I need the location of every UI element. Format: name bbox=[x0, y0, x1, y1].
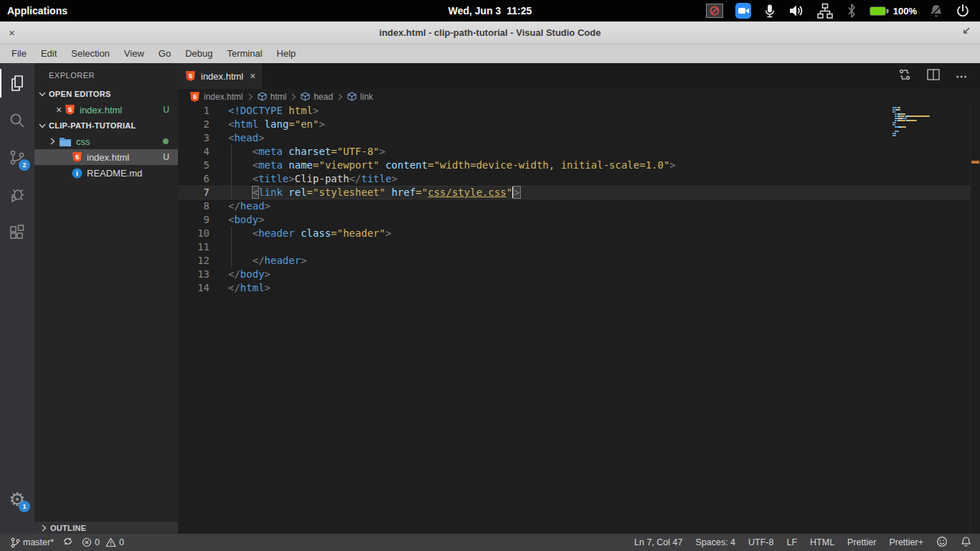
line-number: 2 bbox=[178, 118, 209, 131]
open-editors-section-header[interactable]: OPEN EDITORS bbox=[34, 86, 178, 102]
warnings-icon bbox=[105, 537, 116, 547]
debug-activity-button[interactable] bbox=[0, 178, 34, 212]
applications-menu[interactable]: Applications bbox=[0, 5, 67, 17]
menu-selection[interactable]: Selection bbox=[64, 44, 116, 63]
breadcrumb-index-html[interactable]: 5index.html bbox=[189, 91, 243, 103]
workbench: 2 ⚙ 1 EXPLORER OPEN EDITORS × 5 bbox=[0, 63, 980, 534]
menu-view[interactable]: View bbox=[117, 44, 151, 63]
breadcrumb-head[interactable]: head bbox=[301, 92, 333, 102]
activity-bar: 2 ⚙ 1 bbox=[0, 63, 34, 534]
split-editor-icon[interactable] bbox=[927, 69, 940, 83]
window-close-button[interactable]: × bbox=[0, 22, 24, 44]
folder-icon bbox=[59, 136, 72, 147]
source-control-activity-button[interactable]: 2 bbox=[0, 141, 34, 175]
extensions-activity-button[interactable] bbox=[0, 215, 34, 250]
code-line-8[interactable]: 8</head> bbox=[178, 199, 970, 213]
files-icon bbox=[8, 74, 27, 93]
tree-item-index-html[interactable]: 5index.htmlU bbox=[34, 149, 178, 165]
code-line-14[interactable]: 14</html> bbox=[178, 281, 970, 295]
menu-go[interactable]: Go bbox=[151, 44, 178, 63]
status-spaces-4[interactable]: Spaces: 4 bbox=[695, 537, 735, 547]
open-editor-index-html[interactable]: × 5 index.html U bbox=[34, 102, 178, 118]
microphone-icon[interactable] bbox=[763, 4, 776, 18]
status-prettier[interactable]: Prettier bbox=[847, 537, 876, 547]
source-control-badge: 2 bbox=[19, 159, 30, 171]
minimap[interactable] bbox=[890, 107, 970, 137]
code-line-9[interactable]: 9<body> bbox=[178, 213, 970, 227]
problems-indicator[interactable]: 0 0 bbox=[82, 537, 124, 547]
chevron-right-icon bbox=[47, 136, 57, 146]
status-utf-8[interactable]: UTF-8 bbox=[748, 537, 773, 547]
open-changes-icon[interactable] bbox=[898, 68, 911, 84]
code-lines: 1<!DOCTYPE html>2<html lang="en">3<head>… bbox=[178, 104, 970, 295]
breadcrumb-html[interactable]: html bbox=[258, 92, 287, 102]
code-line-10[interactable]: 10 <header class="header"> bbox=[178, 227, 970, 240]
screen: Applications Wed, Jun 3 11:25 100% × ind… bbox=[0, 0, 980, 551]
more-actions-icon[interactable]: ⋯ bbox=[956, 70, 969, 83]
menu-edit[interactable]: Edit bbox=[34, 44, 64, 63]
code-line-5[interactable]: 5 <meta name="viewport" content="width=d… bbox=[178, 159, 970, 172]
html-icon: 5 bbox=[189, 91, 200, 103]
tab-close-button[interactable]: × bbox=[248, 70, 255, 82]
line-number: 8 bbox=[178, 199, 209, 213]
status-prettier+[interactable]: Prettier+ bbox=[889, 537, 923, 547]
window-restore-icon[interactable] bbox=[960, 26, 980, 40]
sync-button[interactable] bbox=[62, 536, 73, 549]
bluetooth-icon[interactable] bbox=[846, 3, 857, 19]
tab-index-html[interactable]: 5 index.html × bbox=[178, 63, 263, 89]
network-icon[interactable] bbox=[816, 3, 834, 19]
zoom-app-icon[interactable] bbox=[735, 3, 751, 19]
menu-help[interactable]: Help bbox=[270, 44, 303, 63]
code-editor[interactable]: 1<!DOCTYPE html>2<html lang="en">3<head>… bbox=[178, 104, 980, 534]
status-html[interactable]: HTML bbox=[810, 537, 834, 547]
explorer-activity-button[interactable] bbox=[0, 66, 34, 100]
symbol-cube-icon bbox=[347, 92, 357, 101]
screen-record-icon[interactable] bbox=[706, 4, 723, 18]
line-number: 13 bbox=[178, 268, 209, 281]
code-line-13[interactable]: 13</body> bbox=[178, 268, 970, 281]
breadcrumb-link[interactable]: link bbox=[347, 92, 373, 102]
svg-text:5: 5 bbox=[68, 106, 72, 113]
code-line-6[interactable]: 6 <title>Clip-path</title> bbox=[178, 172, 970, 186]
desktop-top-bar: Applications Wed, Jun 3 11:25 100% bbox=[0, 0, 980, 22]
git-branch-indicator[interactable]: master* bbox=[10, 537, 54, 548]
close-editor-icon[interactable]: × bbox=[53, 104, 65, 116]
code-line-11[interactable]: 11 bbox=[178, 240, 970, 254]
html-file-icon: 5 bbox=[65, 104, 75, 116]
notifications-muted-icon[interactable] bbox=[929, 4, 943, 18]
debug-icon bbox=[8, 186, 27, 204]
overview-ruler-scrollbar[interactable] bbox=[970, 104, 980, 534]
power-icon[interactable] bbox=[956, 4, 970, 18]
branch-name: master* bbox=[23, 537, 54, 547]
notifications-bell-icon[interactable] bbox=[961, 536, 971, 550]
html-icon: 5 bbox=[65, 104, 75, 116]
git-status-badge: U bbox=[163, 152, 169, 162]
menu-terminal[interactable]: Terminal bbox=[220, 44, 269, 63]
tree-item-readme-md[interactable]: iREADME.md bbox=[34, 165, 178, 181]
code-line-1[interactable]: 1<!DOCTYPE html> bbox=[178, 104, 970, 118]
settings-gear-button[interactable]: ⚙ 1 bbox=[0, 482, 34, 517]
menu-file[interactable]: File bbox=[4, 44, 34, 63]
status-lf[interactable]: LF bbox=[786, 537, 797, 547]
search-activity-button[interactable] bbox=[0, 103, 34, 138]
battery-indicator[interactable]: 100% bbox=[870, 6, 917, 17]
code-line-12[interactable]: 12 </header> bbox=[178, 254, 970, 268]
symbol-cube-icon bbox=[258, 92, 267, 101]
breadcrumb-separator-icon bbox=[290, 93, 297, 101]
explorer-header: EXPLORER bbox=[34, 63, 178, 86]
chevron-down-icon bbox=[37, 121, 47, 131]
battery-percent: 100% bbox=[893, 6, 917, 17]
status-ln-7-col-47[interactable]: Ln 7, Col 47 bbox=[634, 537, 682, 547]
outline-section-header[interactable]: OUTLINE bbox=[34, 521, 178, 534]
code-line-3[interactable]: 3<head> bbox=[178, 131, 970, 145]
project-section-header[interactable]: CLIP-PATH-TUTORIAL bbox=[34, 118, 178, 133]
code-line-2[interactable]: 2<html lang="en"> bbox=[178, 118, 970, 131]
svg-text:i: i bbox=[76, 169, 78, 177]
tree-item-css[interactable]: css bbox=[34, 133, 178, 149]
code-line-7[interactable]: 7 <link rel="stylesheet" href="css/style… bbox=[178, 186, 970, 199]
code-line-4[interactable]: 4 <meta charset="UTF-8"> bbox=[178, 145, 970, 159]
menu-debug[interactable]: Debug bbox=[178, 44, 220, 63]
line-number: 9 bbox=[178, 213, 209, 227]
volume-icon[interactable] bbox=[788, 4, 804, 18]
feedback-smiley-icon[interactable] bbox=[936, 536, 948, 550]
